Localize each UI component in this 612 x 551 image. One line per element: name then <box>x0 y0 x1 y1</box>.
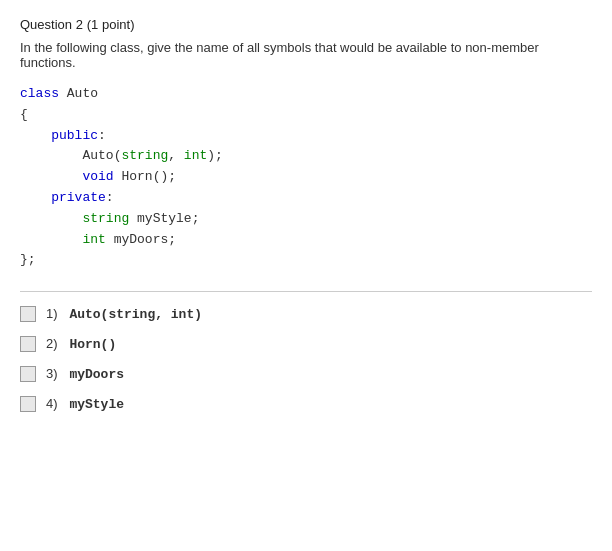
question-number: Question 2 <box>20 17 83 32</box>
code-line-4: Auto(string, int); <box>20 146 592 167</box>
page-container: Question 2 (1 point) In the following cl… <box>0 0 612 551</box>
option-row-3: 3) myDoors <box>20 366 592 382</box>
divider <box>20 291 592 292</box>
checkbox-1[interactable] <box>20 306 36 322</box>
question-points: (1 point) <box>87 17 135 32</box>
code-line-3: public: <box>20 126 592 147</box>
code-line-6: private: <box>20 188 592 209</box>
code-line-2: { <box>20 105 592 126</box>
option-label-2: 2) Horn() <box>46 336 116 352</box>
question-header: Question 2 (1 point) <box>20 16 592 32</box>
checkbox-3[interactable] <box>20 366 36 382</box>
option-row-2: 2) Horn() <box>20 336 592 352</box>
checkbox-2[interactable] <box>20 336 36 352</box>
option-row-1: 1) Auto(string, int) <box>20 306 592 322</box>
option-row-4: 4) myStyle <box>20 396 592 412</box>
question-text: In the following class, give the name of… <box>20 40 592 70</box>
option-label-1: 1) Auto(string, int) <box>46 306 202 322</box>
answer-options: 1) Auto(string, int) 2) Horn() 3) myDoor… <box>20 306 592 412</box>
code-line-1: class Auto <box>20 84 592 105</box>
code-line-7: string myStyle; <box>20 209 592 230</box>
code-block: class Auto { public: Auto(string, int); … <box>20 84 592 271</box>
option-label-4: 4) myStyle <box>46 396 124 412</box>
code-line-5: void Horn(); <box>20 167 592 188</box>
code-line-9: }; <box>20 250 592 271</box>
code-line-8: int myDoors; <box>20 230 592 251</box>
checkbox-4[interactable] <box>20 396 36 412</box>
option-label-3: 3) myDoors <box>46 366 124 382</box>
